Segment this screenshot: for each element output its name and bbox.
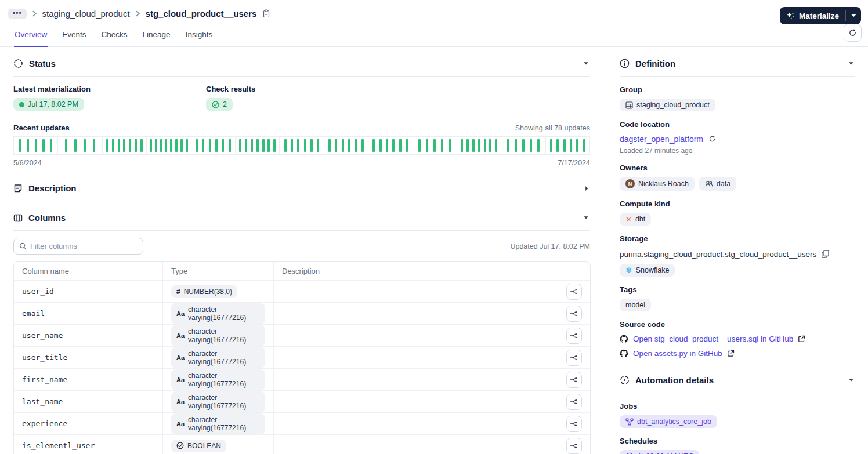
filter-columns-input[interactable]	[30, 242, 138, 250]
timeline-bucket[interactable]	[413, 136, 457, 155]
owner-pill-user[interactable]: N Nicklaus Roach	[620, 177, 695, 191]
materialization-tick[interactable]	[160, 139, 162, 152]
materialization-tick[interactable]	[155, 139, 157, 152]
job-pill[interactable]: dbt_analytics_core_job	[620, 415, 717, 428]
materialization-tick[interactable]	[209, 139, 211, 152]
materialization-tick[interactable]	[537, 139, 540, 152]
timeline-bucket[interactable]	[457, 136, 501, 155]
materialization-tick[interactable]	[576, 139, 578, 152]
materialization-tick[interactable]	[399, 139, 402, 152]
materialization-tick[interactable]	[215, 139, 218, 152]
timeline-bucket[interactable]	[324, 136, 368, 155]
copy-storage-path-button[interactable]	[820, 249, 830, 259]
timeline-bucket[interactable]	[102, 136, 147, 155]
column-lineage-button[interactable]	[566, 438, 582, 454]
materialization-tick[interactable]	[406, 139, 408, 152]
materialization-tick[interactable]	[472, 139, 475, 152]
timeline-bucket[interactable]	[235, 136, 280, 155]
materialization-tick[interactable]	[93, 139, 95, 152]
timeline-bucket[interactable]	[191, 136, 236, 155]
materialization-tick[interactable]	[372, 139, 375, 152]
materialization-tick[interactable]	[112, 139, 114, 152]
materialization-tick[interactable]	[392, 139, 395, 152]
materialization-tick[interactable]	[65, 139, 67, 152]
materialization-tick[interactable]	[165, 139, 167, 152]
columns-collapse-button[interactable]	[582, 215, 590, 221]
timeline-bucket[interactable]	[13, 136, 58, 155]
column-lineage-button[interactable]	[566, 350, 582, 366]
materialization-tick[interactable]	[202, 139, 204, 152]
materialization-tick[interactable]	[461, 139, 463, 152]
description-expand-button[interactable]	[584, 184, 590, 193]
tag-pill[interactable]: model	[620, 299, 651, 311]
materialization-tick[interactable]	[361, 139, 364, 152]
materialization-tick[interactable]	[530, 139, 532, 152]
timeline-bucket[interactable]	[501, 136, 545, 155]
materialization-tick[interactable]	[262, 139, 265, 152]
breadcrumb-ellipsis-button[interactable]: •••	[8, 9, 27, 19]
materialization-tick[interactable]	[50, 139, 52, 152]
tab-checks[interactable]: Checks	[101, 24, 128, 47]
materialization-tick[interactable]	[27, 139, 29, 152]
materialization-tick[interactable]	[129, 139, 131, 152]
materialization-tick[interactable]	[466, 139, 469, 152]
materialization-tick[interactable]	[583, 139, 585, 152]
code-location-link[interactable]: dagster_open_platform	[620, 135, 703, 144]
copy-asset-name-button[interactable]	[261, 8, 272, 19]
materialization-tick[interactable]	[489, 139, 491, 152]
column-lineage-button[interactable]	[566, 394, 582, 410]
materialization-tick[interactable]	[495, 139, 497, 152]
materialization-tick[interactable]	[304, 139, 306, 152]
status-collapse-button[interactable]	[582, 60, 590, 67]
materialization-tick[interactable]	[118, 139, 120, 152]
materialization-tick[interactable]	[478, 139, 480, 152]
materialization-tick[interactable]	[563, 139, 566, 152]
timeline-bucket[interactable]	[545, 136, 590, 155]
materialization-tick[interactable]	[245, 139, 247, 152]
materialization-tick[interactable]	[484, 139, 486, 152]
materialization-tick[interactable]	[335, 139, 337, 152]
definition-collapse-button[interactable]	[847, 60, 855, 67]
materialization-tick[interactable]	[426, 139, 428, 152]
materialization-tick[interactable]	[273, 139, 276, 152]
schedule-pill[interactable]: At 03:00 AM UTC	[620, 450, 699, 454]
source-code-link-sql[interactable]: Open stg_cloud_product__users.sql in Git…	[633, 335, 793, 343]
materialization-tick[interactable]	[140, 139, 143, 152]
materialization-tick[interactable]	[418, 139, 421, 152]
reload-code-location-button[interactable]	[707, 134, 717, 144]
materialization-tick[interactable]	[570, 139, 572, 152]
materialization-tick[interactable]	[267, 139, 270, 152]
timeline-bucket[interactable]	[368, 136, 413, 155]
materialization-tick[interactable]	[317, 139, 319, 152]
column-lineage-button[interactable]	[566, 328, 582, 344]
column-lineage-button[interactable]	[566, 284, 582, 300]
materialization-tick[interactable]	[186, 139, 188, 152]
materialization-tick[interactable]	[291, 139, 293, 152]
materialization-tick[interactable]	[251, 139, 253, 152]
owner-pill-team[interactable]: data	[699, 177, 736, 191]
materialization-tick[interactable]	[135, 139, 137, 152]
materialization-tick[interactable]	[180, 139, 183, 152]
compute-kind-pill[interactable]: ✕ dbt	[620, 213, 651, 226]
source-code-link-assets[interactable]: Open assets.py in GitHub	[633, 349, 722, 358]
tab-insights[interactable]: Insights	[185, 24, 214, 47]
materialization-tick[interactable]	[433, 139, 436, 152]
timeline-bucket[interactable]	[57, 136, 102, 155]
materialize-dropdown-button[interactable]	[846, 7, 861, 24]
materialization-tick[interactable]	[84, 139, 86, 152]
materialization-tick[interactable]	[42, 139, 45, 152]
latest-materialization-pill[interactable]: Jul 17, 8:02 PM	[13, 98, 84, 111]
materialize-button[interactable]: Materialize	[780, 7, 845, 24]
materialization-tick[interactable]	[328, 139, 331, 152]
check-results-pill[interactable]: 2	[206, 98, 233, 111]
refresh-button[interactable]	[844, 24, 862, 42]
materialization-tick[interactable]	[284, 139, 287, 152]
tab-overview[interactable]: Overview	[14, 24, 48, 47]
column-lineage-button[interactable]	[566, 372, 582, 388]
materialization-tick[interactable]	[196, 139, 198, 152]
materialization-tick[interactable]	[386, 139, 388, 152]
materialization-tick[interactable]	[123, 139, 125, 152]
materialization-tick[interactable]	[310, 139, 313, 152]
materialization-tick[interactable]	[556, 139, 559, 152]
group-pill[interactable]: staging_cloud_product	[620, 99, 715, 111]
